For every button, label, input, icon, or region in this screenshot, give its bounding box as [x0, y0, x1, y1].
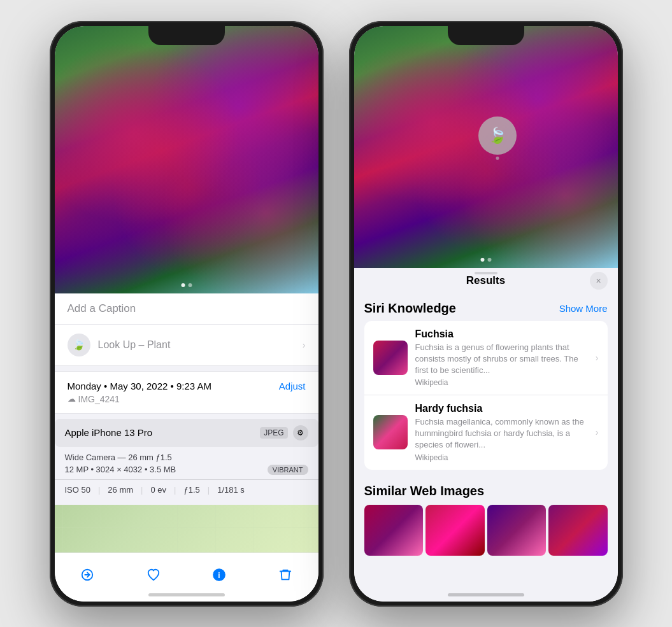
share-button[interactable]: [73, 561, 101, 589]
flower-photo-2: 🍃: [354, 26, 618, 268]
caption-placeholder[interactable]: Add a Caption: [68, 302, 136, 314]
similar-image-3[interactable]: [487, 505, 547, 556]
device-name: Apple iPhone 13 Pro: [65, 427, 153, 438]
siri-leaf-icon: 🍃: [68, 334, 90, 356]
results-panel[interactable]: Results × Siri Knowledge Show More: [354, 268, 618, 602]
phone-screen-1: Add a Caption 🍃 Look Up – Plant › Monday: [55, 26, 318, 602]
meta-section: Monday • May 30, 2022 • 9:23 AM Adjust ☁…: [55, 371, 318, 414]
similar-section: Similar Web Images: [354, 477, 618, 563]
aperture-value: ƒ1.5: [183, 485, 199, 495]
lookup-label: Look Up – Plant: [98, 339, 171, 351]
dot-1: [181, 283, 185, 287]
siri-visual-lookup-bubble[interactable]: 🍃: [478, 116, 517, 155]
cloud-icon: ☁: [68, 394, 76, 404]
similar-images-grid: [364, 505, 608, 556]
device-badges: JPEG ⚙: [260, 425, 308, 440]
similar-image-4[interactable]: [548, 505, 608, 556]
fuchsia-thumbnail: [373, 341, 408, 375]
siri-knowledge-section: Siri Knowledge Show More Fuchsia Fuchsia…: [354, 295, 618, 477]
hardy-thumbnail: [373, 415, 408, 449]
date-row: Monday • May 30, 2022 • 9:23 AM Adjust: [68, 381, 306, 391]
phones-container: Add a Caption 🍃 Look Up – Plant › Monday: [50, 21, 623, 607]
filename: IMG_4241: [78, 394, 120, 404]
iso-value: ISO 50: [65, 485, 90, 495]
notch-2: [448, 26, 524, 45]
dot-2-2: [487, 258, 491, 262]
siri-knowledge-title: Siri Knowledge: [364, 301, 456, 316]
drag-handle: [475, 272, 497, 274]
dot-2-1: [480, 258, 484, 262]
exposure-value: 0 ev: [150, 485, 166, 495]
phone-inner-1: Add a Caption 🍃 Look Up – Plant › Monday: [55, 26, 318, 602]
exif-row: ISO 50 | 26 mm | 0 ev | ƒ1.5 | 1/181 s: [55, 479, 318, 500]
style-badge: VIBRANT: [268, 465, 308, 475]
camera-settings-icon[interactable]: ⚙: [293, 425, 308, 440]
caption-area[interactable]: Add a Caption: [55, 293, 318, 325]
home-indicator-1: [148, 593, 225, 596]
fuchsia-chevron-icon: ›: [596, 353, 599, 363]
hardy-name: Hardy fuchsia: [415, 403, 588, 414]
hardy-source: Wikipedia: [415, 453, 588, 462]
similar-image-2[interactable]: [425, 505, 485, 556]
notch-1: [148, 26, 225, 45]
camera-spec: Wide Camera — 26 mm ƒ1.5: [65, 453, 308, 462]
phone-screen-2: 🍃 Results ×: [354, 26, 618, 602]
section-header: Siri Knowledge Show More: [364, 295, 608, 321]
info-section[interactable]: Add a Caption 🍃 Look Up – Plant › Monday: [55, 293, 318, 553]
hardy-info: Hardy fuchsia Fuchsia magellanica, commo…: [415, 403, 588, 462]
specs-row: Wide Camera — 26 mm ƒ1.5 12 MP • 3024 × …: [55, 447, 318, 479]
phone-frame-1: Add a Caption 🍃 Look Up – Plant › Monday: [50, 21, 324, 607]
shutter-speed: 1/181 s: [217, 485, 245, 495]
phone-frame-2: 🍃 Results ×: [349, 21, 623, 607]
siri-bubble-dot: [496, 157, 499, 160]
photo-date: Monday • May 30, 2022 • 9:23 AM: [68, 381, 211, 391]
fuchsia-name: Fuchsia: [415, 328, 588, 340]
results-header: Results ×: [354, 268, 618, 295]
favorite-button[interactable]: [139, 561, 168, 589]
knowledge-card: Fuchsia Fuchsia is a genus of flowering …: [364, 321, 608, 470]
home-indicator-2: [448, 593, 524, 596]
svg-text:i: i: [218, 570, 220, 579]
lookup-row[interactable]: 🍃 Look Up – Plant ›: [55, 325, 318, 366]
fuchsia-info: Fuchsia Fuchsia is a genus of flowering …: [415, 328, 588, 388]
adjust-button[interactable]: Adjust: [279, 381, 306, 391]
knowledge-item-hardy[interactable]: Hardy fuchsia Fuchsia magellanica, commo…: [364, 395, 608, 470]
phone-inner-2: 🍃 Results ×: [354, 26, 618, 602]
results-title: Results: [466, 274, 505, 287]
hardy-description: Fuchsia magellanica, commonly known as t…: [415, 416, 588, 451]
map-preview[interactable]: [55, 505, 318, 553]
photo-pagination: [181, 283, 192, 287]
show-more-button[interactable]: Show More: [559, 303, 608, 314]
info-button[interactable]: i: [205, 561, 233, 589]
focal-length: 26 mm: [108, 485, 133, 495]
delete-button[interactable]: [271, 561, 299, 589]
similar-images-title: Similar Web Images: [364, 477, 608, 505]
knowledge-item-fuchsia[interactable]: Fuchsia Fuchsia is a genus of flowering …: [364, 321, 608, 395]
lookup-chevron-icon: ›: [303, 340, 306, 350]
device-row: Apple iPhone 13 Pro JPEG ⚙: [55, 419, 318, 447]
device-section: Apple iPhone 13 Pro JPEG ⚙ Wide Camera —…: [55, 419, 318, 500]
fuchsia-source: Wikipedia: [415, 378, 588, 387]
fuchsia-description: Fuchsia is a genus of flowering plants t…: [415, 342, 588, 377]
similar-image-1[interactable]: [364, 505, 424, 556]
filename-row: ☁ IMG_4241: [68, 394, 306, 404]
hardy-chevron-icon: ›: [596, 427, 599, 437]
format-badge: JPEG: [260, 427, 287, 439]
flower-photo-1: [55, 26, 318, 293]
dot-2: [188, 283, 192, 287]
resolution-line: 12 MP • 3024 × 4032 • 3.5 MB VIBRANT: [65, 465, 308, 474]
close-button[interactable]: ×: [590, 272, 608, 290]
photo-pagination-2: [480, 258, 491, 262]
